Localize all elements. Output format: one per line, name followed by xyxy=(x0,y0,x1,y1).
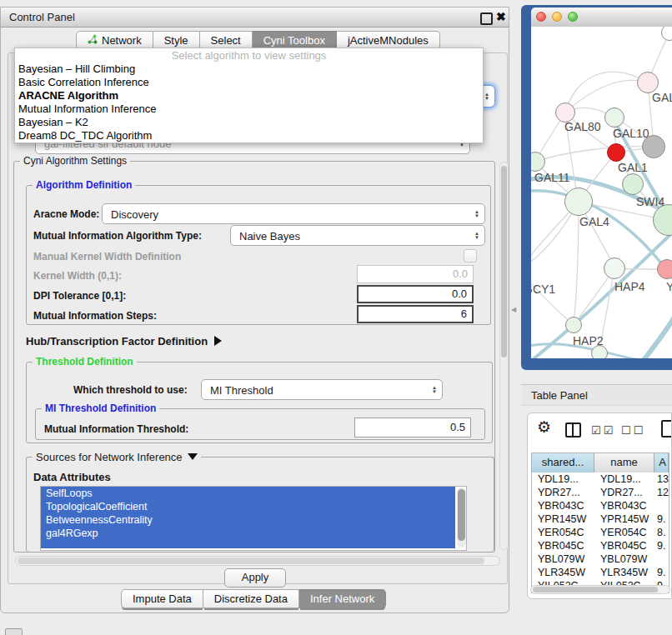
collapse-down-icon[interactable] xyxy=(188,453,198,460)
table-cell: YLR345W xyxy=(594,566,654,579)
mi-threshold-label: Mutual Information Threshold: xyxy=(44,423,188,435)
threshold-definition-title: Threshold Definition xyxy=(33,356,137,368)
table-cell: 9. xyxy=(654,566,669,579)
tab-infer-network[interactable]: Infer Network xyxy=(299,589,386,608)
mi-steps-input[interactable]: 6 xyxy=(357,305,474,323)
mi-threshold-title: MI Threshold Definition xyxy=(42,402,159,414)
table-cell: 8. xyxy=(654,526,669,539)
table-row[interactable]: YLR345WYLR345W9. xyxy=(532,566,669,579)
table-cell: YBL079W xyxy=(532,552,594,566)
kernel-width-value: 0.0 xyxy=(358,266,468,282)
network-node-hap2[interactable] xyxy=(565,317,582,333)
column-header-name[interactable]: name xyxy=(594,453,654,472)
tab-discretize-data[interactable]: Discretize Data xyxy=(203,589,299,608)
node-label: GAL4 xyxy=(579,215,609,228)
network-node-gal10[interactable] xyxy=(604,108,624,128)
network-node[interactable] xyxy=(642,135,665,158)
table-panel: ⚙ ☑☑ ☐☐ shared...nameA YDL19...YDL19...1… xyxy=(527,412,672,599)
network-node-hap4[interactable] xyxy=(604,258,625,279)
tab-label: Style xyxy=(164,34,188,47)
table-row[interactable]: YBL079WYBL079W xyxy=(532,552,669,566)
threshold-definition-group: Threshold Definition Which threshold to … xyxy=(26,362,493,443)
float-window-icon[interactable] xyxy=(480,12,493,25)
network-node-gal4[interactable] xyxy=(564,188,593,216)
network-node[interactable] xyxy=(591,345,608,358)
gear-icon[interactable]: ⚙ xyxy=(537,418,551,437)
which-threshold-label: Which threshold to use: xyxy=(73,384,188,396)
table-row[interactable]: YPR145WYPR145W9. xyxy=(532,512,669,526)
sources-title[interactable]: Sources for Network Inference xyxy=(33,451,201,463)
table-hscrollbar[interactable] xyxy=(530,585,670,594)
table-row[interactable]: YER054CYER054C8. xyxy=(532,526,669,539)
network-canvas[interactable]: GALGAL80GAL10GAL11GAL1GAL4SWI4HAP4YGCY1H… xyxy=(531,27,672,358)
document-icon[interactable] xyxy=(661,420,672,438)
dpi-tolerance-input[interactable]: 0.0 xyxy=(357,285,474,303)
algorithm-definition-group: Algorithm Definition Aracne Mode: Discov… xyxy=(26,185,491,325)
settings-vscrollbar[interactable] xyxy=(499,162,509,550)
hub-factor-section[interactable]: Hub/Transcription Factor Definition xyxy=(26,333,222,348)
mac-zoom-icon[interactable] xyxy=(568,12,578,22)
tab-label: Network xyxy=(102,34,142,47)
table-cell: YPR145W xyxy=(532,512,594,526)
panel-divider-collapse-icon[interactable]: ◀ xyxy=(511,306,516,313)
mac-minimize-icon[interactable] xyxy=(552,12,562,22)
corner-button[interactable] xyxy=(5,628,23,635)
node-label: GAL11 xyxy=(534,171,570,184)
mi-threshold-value: 0.5 xyxy=(355,418,465,437)
algorithm-option-aracne-algorithm[interactable]: ARACNE Algorithm xyxy=(15,89,483,102)
algorithm-option-bayesian-hill-climbing[interactable]: Bayesian – Hill Climbing xyxy=(15,62,483,76)
network-node-gal1[interactable] xyxy=(622,173,644,195)
manual-kernel-width-checkbox[interactable] xyxy=(464,249,477,262)
table-cell: YBR043C xyxy=(594,499,654,512)
settings-vscrollbar-thumb[interactable] xyxy=(501,166,507,358)
data-attributes-label: Data Attributes xyxy=(33,471,111,483)
list-scrollbar[interactable] xyxy=(457,488,466,548)
close-icon[interactable]: ✖ xyxy=(496,10,506,23)
split-columns-icon[interactable] xyxy=(565,422,581,438)
algorithm-option-mutual-information-inference[interactable]: Mutual Information Inference xyxy=(15,102,483,116)
kernel-width-input[interactable]: 0.0 xyxy=(357,265,474,283)
column-header-a[interactable]: A xyxy=(654,453,669,472)
settings-hscrollbar-thumb[interactable] xyxy=(18,558,484,564)
table-cell: 9. xyxy=(654,512,669,526)
attribute-item-betweennesscentrality[interactable]: BetweennessCentrality xyxy=(41,513,455,527)
hub-factor-label: Hub/Transcription Factor Definition xyxy=(26,335,208,348)
algorithm-option-dream8-dc-tdc-algorithm[interactable]: Dream8 DC_TDC Algorithm xyxy=(15,129,483,142)
table-cell: 13 xyxy=(654,472,669,486)
network-node[interactable] xyxy=(607,143,625,162)
mi-steps-label: Mutual Information Steps: xyxy=(33,310,157,322)
attribute-item-selfloops[interactable]: SelfLoops xyxy=(41,487,455,500)
check-all-icon[interactable]: ☑☑ xyxy=(591,424,615,437)
aracne-mode-combobox[interactable]: Discovery ▲▼ xyxy=(102,203,485,224)
table-row[interactable]: YDL19...YDL19...13 xyxy=(532,472,669,486)
data-attributes-list[interactable]: SelfLoopsTopologicalCoefficientBetweenne… xyxy=(40,486,467,551)
tab-impute-data[interactable]: Impute Data xyxy=(121,589,203,608)
mi-algorithm-type-combobox[interactable]: Naive Bayes ▲▼ xyxy=(230,225,485,246)
control-panel-titlebar: Control Panel ✖ xyxy=(1,8,509,28)
mi-threshold-input[interactable]: 0.5 xyxy=(354,418,471,438)
mi-threshold-group: MI Threshold Definition Mutual Informati… xyxy=(35,408,485,440)
table-cell: YDL19... xyxy=(532,472,594,486)
attribute-item-partial[interactable] xyxy=(41,540,455,548)
settings-hscrollbar[interactable] xyxy=(15,556,500,566)
list-scrollbar-thumb[interactable] xyxy=(458,489,465,541)
table-row[interactable]: YBR043CYBR043C xyxy=(532,499,669,512)
expand-right-icon[interactable] xyxy=(214,336,222,346)
attribute-item-topologicalcoefficient[interactable]: TopologicalCoefficient xyxy=(41,500,455,513)
table-row[interactable]: YBR045CYBR045C9. xyxy=(532,539,669,552)
network-window-titlebar[interactable] xyxy=(531,8,672,28)
algorithm-option-bayesian-k2[interactable]: Bayesian – K2 xyxy=(15,116,483,129)
apply-button[interactable]: Apply xyxy=(224,568,286,588)
algorithm-option-basic-correlation-inference[interactable]: Basic Correlation Inference xyxy=(15,76,483,89)
mac-close-icon[interactable] xyxy=(536,12,546,22)
network-node-y[interactable] xyxy=(657,259,672,279)
table-hscrollbar-thumb[interactable] xyxy=(533,587,658,592)
column-header-shared[interactable]: shared... xyxy=(532,453,594,472)
uncheck-all-icon[interactable]: ☐☐ xyxy=(621,424,645,437)
algorithm-definition-title: Algorithm Definition xyxy=(33,179,135,191)
tab-label: Select xyxy=(211,34,241,47)
table-row[interactable]: YDR27...YDR27...12 xyxy=(532,486,669,499)
mi-algorithm-type-value: Naive Bayes xyxy=(239,229,300,242)
attribute-item-gal4rgexp[interactable]: gal4RGexp xyxy=(41,527,455,540)
which-threshold-combobox[interactable]: MI Threshold ▲▼ xyxy=(201,379,443,400)
